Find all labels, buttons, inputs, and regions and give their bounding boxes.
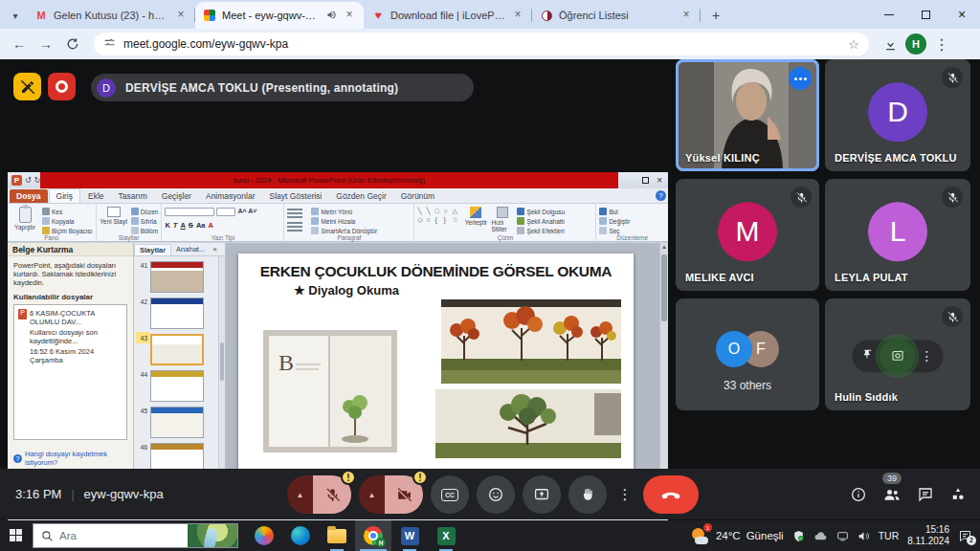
- bookmark-star-icon[interactable]: ☆: [848, 37, 859, 52]
- reload-icon[interactable]: [61, 33, 84, 55]
- tile-leyla-pulat[interactable]: L LEYLA PULAT: [825, 179, 970, 291]
- ribbon-group-slides: Yeni Slayt Düzen Sıfırla Bölüm Slaytlar: [97, 204, 163, 241]
- taskbar-excel-icon[interactable]: X: [428, 520, 464, 551]
- paste-button: Yapıştır: [11, 206, 39, 231]
- ppt-tab-ekle: Ekle: [81, 189, 111, 203]
- downloads-icon[interactable]: [879, 33, 902, 55]
- defender-shield-icon[interactable]: [792, 530, 805, 542]
- more-options-icon[interactable]: ⋮: [614, 475, 635, 514]
- onedrive-icon[interactable]: [813, 531, 828, 541]
- annotation-pen-button[interactable]: [13, 73, 41, 100]
- close-window-button[interactable]: ×: [944, 0, 980, 29]
- mic-options-chevron[interactable]: ▴: [287, 475, 313, 514]
- action-center-icon[interactable]: 2: [958, 529, 972, 543]
- font-color-button: A: [208, 221, 212, 230]
- recovery-file-item: P 6 KASIM-ÇOCUKTA OLUMLU DAV... Kullanıc…: [18, 309, 122, 366]
- language-indicator[interactable]: TUR: [879, 530, 900, 541]
- gmail-icon: M: [34, 9, 48, 22]
- ppt-tab-dosya: Dosya: [10, 189, 48, 203]
- presenter-banner[interactable]: D DERVİŞE AMCA TOKLU (Presenting, annota…: [91, 74, 474, 101]
- tile-more-options-icon[interactable]: ⋮: [921, 348, 934, 364]
- taskbar-chrome-icon[interactable]: H: [355, 520, 391, 551]
- slide-bullet: ★ Diyalog Okuma: [294, 283, 634, 298]
- close-tab-icon[interactable]: ×: [679, 9, 693, 22]
- volume-icon[interactable]: [858, 530, 870, 542]
- new-tab-button[interactable]: +: [706, 6, 725, 25]
- taskbar-word-icon[interactable]: W: [391, 520, 428, 551]
- people-panel-icon[interactable]: 39: [882, 485, 902, 504]
- camera-options-chevron[interactable]: ▴: [359, 475, 385, 514]
- mic-off-icon: [791, 187, 812, 208]
- meeting-details-icon[interactable]: [850, 486, 867, 503]
- browser-menu-icon[interactable]: ⋮: [930, 33, 953, 55]
- clock-time: 15:16: [907, 524, 949, 536]
- tile-33-others[interactable]: OF 33 others: [676, 298, 819, 410]
- effects-camera-button[interactable]: [880, 339, 915, 373]
- back-icon[interactable]: ←: [8, 33, 31, 55]
- taskbar-explorer-icon[interactable]: [319, 520, 355, 551]
- recovery-file-name: 6 KASIM-ÇOCUKTA OLUMLU DAV...: [30, 309, 122, 326]
- tab-ilovepdf[interactable]: ♥ Download file | iLovePDF ×: [364, 2, 532, 29]
- forward-icon[interactable]: →: [34, 33, 57, 55]
- others-avatars: OF 33 others: [676, 331, 819, 392]
- browser-toolbar: ← → meet.google.com/eyw-gqwv-kpa ☆ H ⋮: [0, 29, 980, 59]
- outline-tab: Anahat...: [171, 244, 210, 254]
- chat-panel-icon[interactable]: [917, 486, 934, 503]
- weather-widget[interactable]: 1 24°C Güneşli: [691, 526, 784, 545]
- minimize-button[interactable]: [871, 0, 907, 29]
- tab-gmail[interactable]: M Gelen Kutusu (23) - hulin.siddik ×: [27, 2, 195, 29]
- slides-tab: Slaytlar: [134, 244, 171, 255]
- restore-button[interactable]: [907, 0, 944, 29]
- taskbar-clock[interactable]: 15:16 8.11.2024: [907, 524, 949, 547]
- tile-yuksel-kilinc[interactable]: Yüksel KILINÇ: [676, 59, 819, 171]
- address-bar[interactable]: meet.google.com/eyw-gqwv-kpa ☆: [94, 33, 869, 55]
- site-settings-icon[interactable]: [103, 35, 116, 53]
- tile-hulin-siddik[interactable]: ⋮ Hulin Sıddık: [825, 298, 970, 410]
- clipboard-icon: [19, 207, 32, 223]
- weather-temp: 24°C: [716, 530, 741, 541]
- search-icon: [41, 530, 54, 542]
- close-tab-icon[interactable]: ×: [343, 9, 356, 22]
- recovery-title: Belge Kurtarma: [8, 243, 133, 256]
- smartart-button: SmartArt'a Dönüştür: [311, 227, 377, 234]
- profile-avatar[interactable]: H: [905, 33, 926, 55]
- meeting-code: eyw-gqwv-kpa: [84, 487, 164, 501]
- raise-hand-button[interactable]: [568, 475, 607, 514]
- mic-warning-badge: !: [341, 470, 356, 485]
- taskbar-edge-icon[interactable]: [282, 520, 319, 551]
- close-tab-icon[interactable]: ×: [174, 9, 188, 22]
- tab-audio-icon[interactable]: [326, 10, 337, 22]
- strike-button: S: [189, 221, 193, 230]
- search-input[interactable]: [59, 530, 165, 541]
- tile-melike-avci[interactable]: M MELIKE AVCI: [676, 179, 819, 291]
- ppt-ribbon-tabs: Dosya Giriş Ekle Tasarım Geçişler Animas…: [8, 188, 668, 204]
- taskbar-search[interactable]: [33, 523, 238, 548]
- tile-dervise-amca-toklu[interactable]: D DERVİŞE AMCA TOKLU: [825, 59, 970, 171]
- tab-ogrenci-listesi[interactable]: Öğrenci Listesi ×: [532, 2, 701, 29]
- search-highlight-image[interactable]: [188, 524, 237, 547]
- tile-hover-controls: ⋮: [853, 340, 944, 372]
- activities-icon[interactable]: [949, 486, 967, 503]
- presenter-banner-text: DERVİŞE AMCA TOKLU (Presenting, annotati…: [125, 81, 398, 95]
- reactions-button[interactable]: [477, 475, 515, 514]
- tab-search-chevron-icon[interactable]: ▾: [6, 6, 25, 25]
- start-button[interactable]: [0, 520, 33, 551]
- tab-meet[interactable]: Meet - eyw-gqwv-kpa ×: [195, 2, 364, 29]
- captions-button[interactable]: CC: [431, 475, 469, 514]
- avatar-letter: D: [868, 82, 927, 142]
- photo-autumn-trees: [441, 299, 621, 384]
- book-letter: B: [278, 350, 294, 375]
- leave-call-button[interactable]: [643, 475, 699, 514]
- taskbar-copilot-icon[interactable]: [246, 520, 282, 551]
- ppt-tab-gorunum: Görünüm: [394, 189, 441, 203]
- ppt-tab-gozden-gecir: Gözden Geçir: [329, 189, 392, 203]
- present-screen-button[interactable]: [523, 475, 561, 514]
- close-tab-icon[interactable]: ×: [511, 9, 524, 22]
- recording-indicator-button[interactable]: [48, 73, 76, 100]
- ppt-help-icon: ?: [656, 190, 666, 201]
- avatar-letter: L: [868, 202, 927, 261]
- tab-title: Download file | iLovePDF: [390, 10, 505, 21]
- ppt-ribbon: Yapıştır Kes Kopyala Biçim Boyacısı Pano…: [8, 204, 668, 242]
- pin-icon[interactable]: [862, 347, 875, 364]
- network-icon[interactable]: [836, 530, 849, 542]
